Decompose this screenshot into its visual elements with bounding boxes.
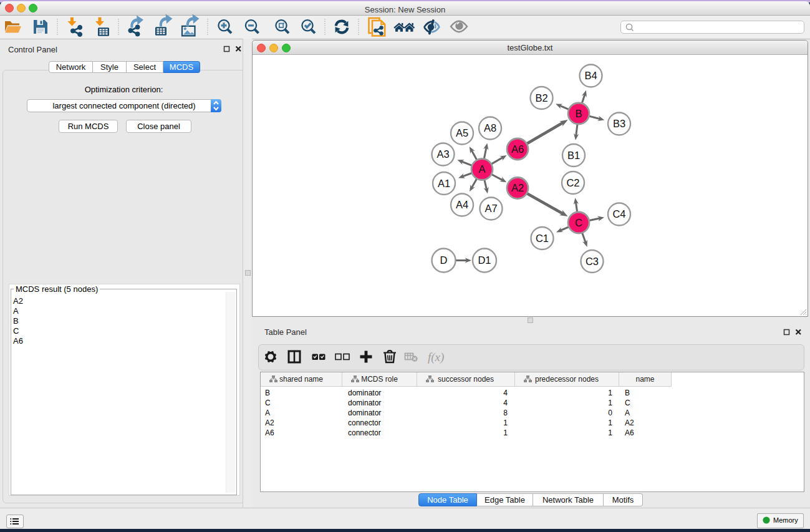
svg-text:D1: D1	[478, 254, 491, 266]
svg-text:A7: A7	[485, 203, 497, 214]
svg-text:C3: C3	[586, 256, 599, 267]
svg-text:C2: C2	[566, 177, 579, 188]
svg-text:A8: A8	[484, 122, 496, 133]
svg-text:A6: A6	[511, 143, 524, 155]
svg-text:A5: A5	[456, 127, 468, 138]
svg-text:A2: A2	[511, 182, 524, 193]
svg-text:B2: B2	[535, 92, 547, 104]
svg-text:B4: B4	[584, 70, 597, 81]
svg-text:D: D	[440, 254, 448, 266]
svg-text:C1: C1	[536, 233, 549, 244]
svg-text:C: C	[575, 217, 582, 228]
svg-text:f(x): f(x)	[428, 351, 444, 364]
svg-text:A: A	[478, 163, 485, 175]
svg-text:B3: B3	[613, 118, 625, 129]
svg-text:B1: B1	[567, 150, 580, 161]
svg-text:A3: A3	[436, 148, 449, 160]
svg-text:C4: C4	[612, 208, 625, 220]
svg-text:A1: A1	[438, 178, 450, 189]
svg-text:A4: A4	[456, 199, 468, 210]
svg-text:B: B	[575, 108, 582, 119]
